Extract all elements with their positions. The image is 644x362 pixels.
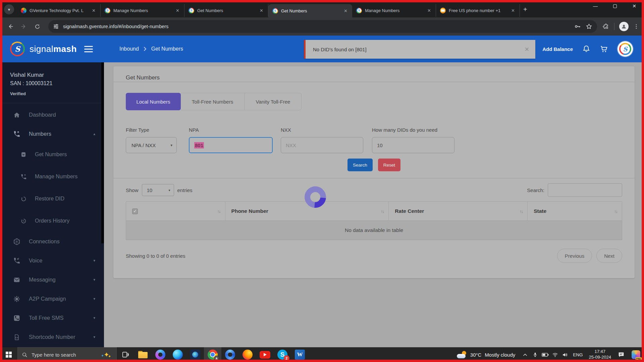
did-count-input[interactable] bbox=[372, 137, 454, 153]
bookmark-star-button[interactable] bbox=[586, 23, 592, 30]
maximize-button[interactable] bbox=[605, 0, 625, 12]
next-page-button[interactable]: Next bbox=[596, 249, 622, 263]
photos-app-button[interactable] bbox=[186, 347, 204, 362]
microphone-tray-button[interactable] bbox=[530, 347, 540, 362]
page-length-value: 10 bbox=[147, 187, 153, 193]
app-header: signalmash Inbound Get Numbers No DID's … bbox=[0, 36, 644, 62]
browser-tab[interactable]: Manage Numbers ✕ bbox=[352, 4, 436, 17]
loop-app-button[interactable] bbox=[221, 347, 239, 362]
sidebar: Vishal Kumar SAN : 100003121 Verified Da… bbox=[0, 62, 104, 347]
sidebar-item-label: Toll Free SMS bbox=[29, 315, 64, 321]
battery-tray-button[interactable] bbox=[540, 347, 550, 362]
taskbar-search[interactable]: Type here to search ✦✦✦ bbox=[17, 347, 117, 362]
new-tab-button[interactable]: + bbox=[523, 6, 527, 13]
back-button[interactable] bbox=[5, 21, 16, 32]
tab-close-icon[interactable]: ✕ bbox=[510, 7, 516, 14]
cart-button[interactable] bbox=[600, 45, 608, 53]
hamburger-menu-icon[interactable] bbox=[84, 46, 93, 52]
edge-button[interactable] bbox=[169, 347, 186, 362]
sidebar-item-numbers[interactable]: Numbers ▴ bbox=[0, 124, 104, 143]
search-button[interactable]: Search bbox=[347, 159, 373, 171]
sidebar-item-orders-history[interactable]: Orders History bbox=[0, 210, 104, 232]
task-view-button[interactable] bbox=[117, 347, 134, 362]
clock[interactable]: 17:47 25-09-2024 bbox=[586, 349, 615, 360]
wifi-tray-button[interactable] bbox=[550, 347, 560, 362]
file-explorer-button[interactable] bbox=[134, 347, 152, 362]
sidebar-item-manage-numbers[interactable]: Manage Numbers bbox=[0, 166, 104, 188]
phone-incoming-icon bbox=[13, 130, 21, 138]
tab-close-icon[interactable]: ✕ bbox=[426, 7, 432, 14]
sidebar-item-voice[interactable]: Voice ▾ bbox=[0, 251, 104, 270]
sidebar-item-shortcode-number[interactable]: Shortcode Number ▾ bbox=[0, 327, 104, 347]
user-avatar[interactable] bbox=[618, 41, 633, 57]
skype-button[interactable]: S2 bbox=[274, 347, 291, 362]
youtube-button[interactable] bbox=[256, 347, 274, 362]
browser-profile-avatar[interactable] bbox=[619, 22, 629, 31]
notifications-bell-button[interactable] bbox=[582, 45, 590, 53]
chrome-button[interactable] bbox=[204, 347, 221, 362]
firefox-button[interactable] bbox=[239, 347, 256, 362]
volume-tray-button[interactable] bbox=[560, 347, 570, 362]
browser-tab[interactable]: Free US phone number +1 ✕ bbox=[436, 4, 520, 17]
breadcrumb-chevron-icon bbox=[144, 47, 147, 51]
extensions-button[interactable] bbox=[602, 23, 609, 30]
language-indicator[interactable]: ENG bbox=[570, 352, 585, 357]
copilot-button[interactable] bbox=[152, 347, 169, 362]
address-bar[interactable]: signalmash.gventure.info/#/inbound/get-n… bbox=[48, 20, 597, 33]
header-actions: Add Balance bbox=[542, 41, 644, 57]
sidebar-item-restore-did[interactable]: Restore DID bbox=[0, 188, 104, 210]
browser-tab-active[interactable]: Get Numbers ✕ bbox=[268, 4, 352, 17]
table-header-phone-number[interactable]: Phone Number ↑↓ bbox=[225, 202, 389, 221]
npa-input[interactable]: 801 bbox=[189, 137, 273, 153]
tab-search-button[interactable]: ▾ bbox=[4, 4, 14, 14]
sort-icon[interactable]: ↑↓ bbox=[217, 209, 220, 214]
microphone-icon bbox=[533, 352, 538, 358]
table-search-input[interactable] bbox=[548, 183, 622, 197]
tab-toll-free-numbers[interactable]: Toll-Free Numbers bbox=[180, 93, 245, 110]
notification-close-icon[interactable]: ✕ bbox=[525, 46, 529, 53]
table-header-state[interactable]: State ↑↓ bbox=[528, 202, 622, 221]
tab-vanity-toll-free[interactable]: Vanity Toll-Free bbox=[245, 93, 302, 110]
browser-menu-button[interactable] bbox=[633, 23, 639, 29]
tray-expand-button[interactable] bbox=[520, 347, 530, 362]
forward-button[interactable] bbox=[18, 21, 30, 32]
password-key-button[interactable] bbox=[574, 23, 581, 30]
tab-close-icon[interactable]: ✕ bbox=[91, 7, 97, 14]
minimize-button[interactable]: — bbox=[586, 0, 605, 12]
tab-close-icon[interactable]: ✕ bbox=[258, 7, 265, 14]
tab-close-icon[interactable]: ✕ bbox=[342, 8, 349, 14]
table-header-rate-center[interactable]: Rate Center ↑↓ bbox=[389, 202, 528, 221]
browser-tab[interactable]: Manage Numbers ✕ bbox=[101, 4, 184, 17]
phone-incoming-icon bbox=[13, 257, 21, 264]
filter-type-select[interactable]: NPA / NXX ▾ bbox=[126, 137, 177, 153]
sidebar-item-a2p-campaign[interactable]: A2P Campaign ▾ bbox=[0, 289, 104, 308]
weather-widget[interactable]: 30°C Mostly cloudy bbox=[452, 351, 520, 358]
reload-button[interactable] bbox=[32, 21, 43, 32]
previous-page-button[interactable]: Previous bbox=[557, 249, 592, 263]
sidebar-item-messaging[interactable]: Messaging ▾ bbox=[0, 270, 104, 289]
sidebar-scrollbar[interactable] bbox=[101, 62, 104, 243]
forward-icon bbox=[20, 23, 27, 30]
browser-tab[interactable]: Get Numbers ✕ bbox=[184, 4, 268, 17]
close-window-button[interactable]: ✕ bbox=[625, 0, 644, 12]
sidebar-item-dashboard[interactable]: Dashboard bbox=[0, 105, 104, 124]
sidebar-item-connections[interactable]: Connections bbox=[0, 232, 104, 251]
word-button[interactable]: W bbox=[291, 347, 309, 362]
breadcrumb-section[interactable]: Inbound bbox=[119, 46, 139, 52]
tab-local-numbers[interactable]: Local Numbers bbox=[126, 93, 181, 110]
start-button[interactable] bbox=[0, 347, 17, 362]
browser-tab[interactable]: GVenture Technology Pvt. L ✕ bbox=[17, 4, 101, 17]
add-balance-link[interactable]: Add Balance bbox=[542, 46, 573, 52]
sidebar-item-get-numbers[interactable]: Get Numbers bbox=[0, 143, 104, 166]
page-length-select[interactable]: 10 ▾ bbox=[142, 184, 174, 196]
tab-close-icon[interactable]: ✕ bbox=[174, 7, 181, 14]
reset-button[interactable]: Reset bbox=[378, 159, 400, 171]
filter-form: Filter Type NPA / NXX ▾ NPA 801 NXX bbox=[126, 127, 622, 153]
sidebar-item-toll-free-sms[interactable]: Toll Free SMS ▾ bbox=[0, 308, 104, 327]
select-all-checkbox[interactable]: ✓ bbox=[132, 208, 138, 214]
notification-center-button[interactable] bbox=[614, 347, 628, 362]
signalmash-favicon-icon bbox=[105, 8, 110, 13]
copilot-preview-button[interactable] bbox=[628, 347, 644, 362]
nxx-input[interactable] bbox=[281, 137, 363, 153]
screen: ▾ GVenture Technology Pvt. L ✕ Manage Nu… bbox=[0, 0, 644, 362]
